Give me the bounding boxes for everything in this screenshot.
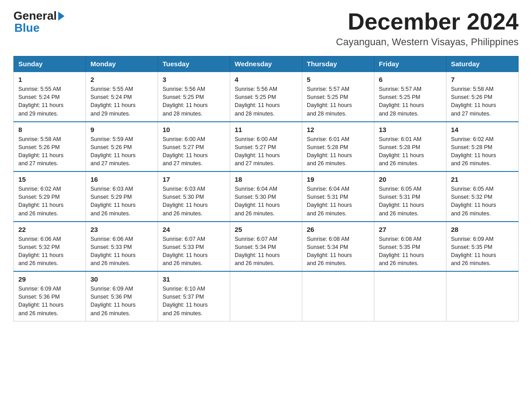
calendar-cell: 26Sunrise: 6:08 AMSunset: 5:34 PMDayligh… (302, 222, 374, 272)
day-info: Sunrise: 5:58 AMSunset: 5:26 PMDaylight:… (18, 135, 81, 168)
day-info: Sunrise: 6:04 AMSunset: 5:31 PMDaylight:… (307, 185, 369, 218)
column-header-monday: Monday (86, 56, 158, 72)
day-number: 25 (235, 226, 297, 233)
calendar-cell: 14Sunrise: 6:02 AMSunset: 5:28 PMDayligh… (446, 122, 519, 172)
column-header-tuesday: Tuesday (158, 56, 230, 72)
day-info: Sunrise: 6:07 AMSunset: 5:34 PMDaylight:… (235, 235, 297, 268)
day-number: 5 (307, 76, 369, 83)
calendar-cell: 11Sunrise: 6:00 AMSunset: 5:27 PMDayligh… (230, 122, 302, 172)
calendar-cell: 27Sunrise: 6:08 AMSunset: 5:35 PMDayligh… (374, 222, 446, 272)
calendar-cell: 28Sunrise: 6:09 AMSunset: 5:35 PMDayligh… (446, 222, 519, 272)
column-header-friday: Friday (374, 56, 446, 72)
day-number: 26 (307, 226, 369, 233)
page-header: General Blue December 2024 Cayanguan, We… (13, 9, 519, 48)
day-info: Sunrise: 5:56 AMSunset: 5:25 PMDaylight:… (235, 85, 297, 118)
calendar-cell (374, 271, 446, 321)
calendar-cell: 12Sunrise: 6:01 AMSunset: 5:28 PMDayligh… (302, 122, 374, 172)
month-title: December 2024 (336, 9, 519, 34)
day-info: Sunrise: 5:57 AMSunset: 5:25 PMDaylight:… (379, 85, 442, 118)
day-number: 13 (379, 126, 442, 133)
day-info: Sunrise: 5:55 AMSunset: 5:24 PMDaylight:… (90, 85, 153, 118)
logo-blue-text: Blue (14, 21, 39, 34)
day-number: 20 (379, 176, 442, 183)
day-number: 16 (90, 176, 153, 183)
calendar-cell (230, 271, 302, 321)
day-number: 23 (90, 226, 153, 233)
day-info: Sunrise: 5:59 AMSunset: 5:26 PMDaylight:… (90, 135, 153, 168)
day-number: 27 (379, 226, 442, 233)
day-info: Sunrise: 6:00 AMSunset: 5:27 PMDaylight:… (163, 135, 225, 168)
calendar-cell: 18Sunrise: 6:04 AMSunset: 5:30 PMDayligh… (230, 171, 302, 222)
day-info: Sunrise: 6:05 AMSunset: 5:31 PMDaylight:… (379, 185, 442, 218)
day-info: Sunrise: 6:08 AMSunset: 5:35 PMDaylight:… (379, 235, 442, 268)
logo: General Blue (13, 9, 66, 35)
day-info: Sunrise: 6:05 AMSunset: 5:32 PMDaylight:… (451, 185, 514, 218)
day-info: Sunrise: 6:10 AMSunset: 5:37 PMDaylight:… (163, 285, 225, 317)
calendar-cell: 31Sunrise: 6:10 AMSunset: 5:37 PMDayligh… (158, 271, 230, 321)
day-number: 30 (90, 275, 153, 283)
day-number: 15 (18, 176, 81, 183)
column-header-sunday: Sunday (14, 56, 86, 72)
title-block: December 2024 Cayanguan, Western Visayas… (336, 9, 519, 48)
day-info: Sunrise: 6:02 AMSunset: 5:28 PMDaylight:… (451, 135, 514, 168)
day-number: 1 (18, 76, 81, 83)
calendar-cell: 29Sunrise: 6:09 AMSunset: 5:36 PMDayligh… (14, 271, 86, 321)
day-info: Sunrise: 6:04 AMSunset: 5:30 PMDaylight:… (235, 185, 297, 218)
day-number: 3 (163, 76, 225, 83)
calendar-cell: 5Sunrise: 5:57 AMSunset: 5:25 PMDaylight… (302, 72, 374, 122)
calendar-cell: 8Sunrise: 5:58 AMSunset: 5:26 PMDaylight… (14, 122, 86, 172)
day-number: 11 (235, 126, 297, 133)
day-info: Sunrise: 5:56 AMSunset: 5:25 PMDaylight:… (163, 85, 225, 118)
calendar-cell: 4Sunrise: 5:56 AMSunset: 5:25 PMDaylight… (230, 72, 302, 122)
column-header-wednesday: Wednesday (230, 56, 302, 72)
day-info: Sunrise: 6:01 AMSunset: 5:28 PMDaylight:… (379, 135, 442, 168)
week-row-5: 29Sunrise: 6:09 AMSunset: 5:36 PMDayligh… (14, 271, 519, 321)
calendar-cell: 24Sunrise: 6:07 AMSunset: 5:33 PMDayligh… (158, 222, 230, 272)
day-info: Sunrise: 6:09 AMSunset: 5:36 PMDaylight:… (90, 285, 153, 317)
day-number: 22 (18, 226, 81, 233)
calendar-cell: 15Sunrise: 6:02 AMSunset: 5:29 PMDayligh… (14, 171, 86, 222)
day-number: 28 (451, 226, 514, 233)
calendar-cell: 21Sunrise: 6:05 AMSunset: 5:32 PMDayligh… (446, 171, 519, 222)
day-number: 29 (18, 275, 81, 283)
calendar-cell: 3Sunrise: 5:56 AMSunset: 5:25 PMDaylight… (158, 72, 230, 122)
week-row-2: 8Sunrise: 5:58 AMSunset: 5:26 PMDaylight… (14, 122, 519, 172)
calendar-cell: 10Sunrise: 6:00 AMSunset: 5:27 PMDayligh… (158, 122, 230, 172)
day-number: 24 (163, 226, 225, 233)
week-row-1: 1Sunrise: 5:55 AMSunset: 5:24 PMDaylight… (14, 72, 519, 122)
day-number: 9 (90, 126, 153, 133)
calendar-cell: 13Sunrise: 6:01 AMSunset: 5:28 PMDayligh… (374, 122, 446, 172)
calendar-cell: 23Sunrise: 6:06 AMSunset: 5:33 PMDayligh… (86, 222, 158, 272)
day-number: 6 (379, 76, 442, 83)
calendar-cell (302, 271, 374, 321)
day-info: Sunrise: 6:09 AMSunset: 5:36 PMDaylight:… (18, 285, 81, 317)
day-number: 19 (307, 176, 369, 183)
week-row-3: 15Sunrise: 6:02 AMSunset: 5:29 PMDayligh… (14, 171, 519, 222)
day-info: Sunrise: 5:57 AMSunset: 5:25 PMDaylight:… (307, 85, 369, 118)
calendar-cell: 6Sunrise: 5:57 AMSunset: 5:25 PMDaylight… (374, 72, 446, 122)
calendar-cell: 1Sunrise: 5:55 AMSunset: 5:24 PMDaylight… (14, 72, 86, 122)
calendar-cell: 19Sunrise: 6:04 AMSunset: 5:31 PMDayligh… (302, 171, 374, 222)
day-number: 10 (163, 126, 225, 133)
calendar-table: SundayMondayTuesdayWednesdayThursdayFrid… (13, 56, 519, 321)
day-number: 7 (451, 76, 514, 83)
day-info: Sunrise: 6:03 AMSunset: 5:30 PMDaylight:… (163, 185, 225, 218)
day-info: Sunrise: 6:00 AMSunset: 5:27 PMDaylight:… (235, 135, 297, 168)
week-row-4: 22Sunrise: 6:06 AMSunset: 5:32 PMDayligh… (14, 222, 519, 272)
day-info: Sunrise: 6:03 AMSunset: 5:29 PMDaylight:… (90, 185, 153, 218)
calendar-cell: 20Sunrise: 6:05 AMSunset: 5:31 PMDayligh… (374, 171, 446, 222)
day-number: 18 (235, 176, 297, 183)
day-info: Sunrise: 5:58 AMSunset: 5:26 PMDaylight:… (451, 85, 514, 118)
day-info: Sunrise: 6:01 AMSunset: 5:28 PMDaylight:… (307, 135, 369, 168)
day-number: 8 (18, 126, 81, 133)
calendar-cell: 2Sunrise: 5:55 AMSunset: 5:24 PMDaylight… (86, 72, 158, 122)
day-number: 2 (90, 76, 153, 83)
day-number: 12 (307, 126, 369, 133)
day-info: Sunrise: 6:06 AMSunset: 5:33 PMDaylight:… (90, 235, 153, 268)
column-header-thursday: Thursday (302, 56, 374, 72)
day-info: Sunrise: 6:08 AMSunset: 5:34 PMDaylight:… (307, 235, 369, 268)
day-info: Sunrise: 6:07 AMSunset: 5:33 PMDaylight:… (163, 235, 225, 268)
column-header-saturday: Saturday (446, 56, 519, 72)
day-info: Sunrise: 6:09 AMSunset: 5:35 PMDaylight:… (451, 235, 514, 268)
day-number: 21 (451, 176, 514, 183)
